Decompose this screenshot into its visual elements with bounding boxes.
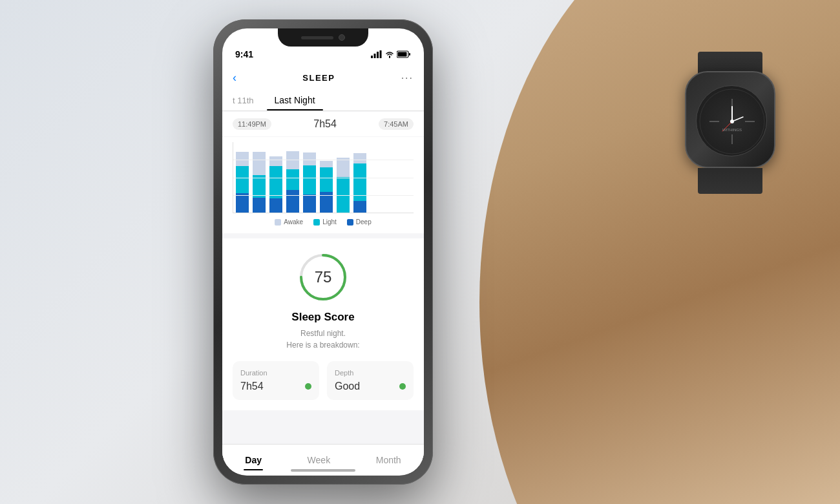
svg-rect-11 <box>374 54 376 58</box>
breakdown-depth-card: Depth Good <box>327 361 414 400</box>
duration-value-row: 7h54 <box>240 381 311 392</box>
bar-awake-2 <box>253 152 266 175</box>
bar-deep-2 <box>253 198 266 213</box>
svg-rect-16 <box>398 52 407 57</box>
bar-awake-6 <box>320 161 333 167</box>
signal-icon <box>371 50 383 58</box>
phone-frame: 9:41 <box>213 19 433 485</box>
bar-group-6 <box>320 147 333 213</box>
sleep-chart <box>233 142 414 213</box>
score-title: Sleep Score <box>291 311 354 324</box>
score-subtitle: Restful night. Here is a breakdown: <box>286 328 359 351</box>
end-time: 7:45AM <box>379 118 414 130</box>
date-tabs: t 11th Last Night <box>233 90 414 110</box>
legend-light: Light <box>313 218 337 226</box>
chart-legend: Awake Light Deep <box>233 218 414 226</box>
wifi-icon <box>385 50 394 58</box>
legend-label-awake: Awake <box>284 218 303 226</box>
date-label: t 11th <box>233 96 254 105</box>
grid-line-1 <box>233 160 414 160</box>
breakdown-row: Duration 7h54 Depth Good <box>233 361 414 400</box>
duration-label: Duration <box>240 369 311 377</box>
duration-value: 7h54 <box>240 381 264 392</box>
more-button[interactable]: ··· <box>401 72 414 84</box>
svg-rect-13 <box>380 50 382 58</box>
svg-rect-10 <box>371 56 373 58</box>
bar-deep-4 <box>286 190 299 213</box>
bar-group-3 <box>269 147 282 213</box>
bar-group-4 <box>286 147 299 213</box>
tab-month[interactable]: Month <box>366 452 412 468</box>
depth-label: Depth <box>335 369 406 377</box>
bar-light-5 <box>303 165 316 194</box>
smartwatch: WITHINGS <box>672 52 788 194</box>
legend-dot-deep <box>347 219 353 226</box>
legend-dot-awake <box>275 219 281 226</box>
score-circle: 75 <box>297 251 349 303</box>
bar-deep-1 <box>236 193 249 213</box>
bar-light-3 <box>269 166 282 198</box>
sleep-score-section: 75 Sleep Score Restful night. Here is a … <box>222 238 424 410</box>
legend-label-light: Light <box>322 218 337 226</box>
tab-week[interactable]: Week <box>297 452 341 468</box>
bar-group-8 <box>353 147 366 213</box>
grid-line-2 <box>233 178 414 178</box>
legend-label-deep: Deep <box>356 218 372 226</box>
header-top: ‹ SLEEP ··· <box>233 71 414 85</box>
tab-day[interactable]: Day <box>235 452 272 468</box>
bar-light-6 <box>320 167 333 192</box>
bar-awake-1 <box>236 152 249 166</box>
svg-rect-12 <box>377 52 379 58</box>
status-time: 9:41 <box>235 49 253 59</box>
phone-screen: 9:41 <box>222 28 424 476</box>
duration-status-dot <box>305 383 311 390</box>
bar-awake-7 <box>337 158 350 177</box>
phone-notch <box>278 28 368 47</box>
battery-icon <box>397 50 411 58</box>
depth-value-row: Good <box>335 381 406 392</box>
front-camera <box>339 34 345 41</box>
score-number: 75 <box>315 268 332 286</box>
home-indicator <box>291 469 355 472</box>
duration-row: 11:49PM 7h54 7:45AM <box>222 112 424 136</box>
bar-deep-5 <box>303 194 316 213</box>
bar-awake-5 <box>303 152 316 165</box>
grid-line-3 <box>233 195 414 196</box>
legend-awake: Awake <box>275 218 303 226</box>
app-content: ‹ SLEEP ··· t 11th Last Night 11:49PM 7h… <box>222 65 424 473</box>
app-title: SLEEP <box>302 73 335 83</box>
watch-strap-bottom <box>698 168 762 194</box>
sleep-chart-container: Awake Light Deep <box>222 137 424 233</box>
svg-text:WITHINGS: WITHINGS <box>722 128 742 132</box>
bar-deep-8 <box>353 201 366 213</box>
bar-awake-8 <box>353 153 366 163</box>
bar-group-5 <box>303 147 316 213</box>
bar-awake-3 <box>269 156 282 166</box>
status-icons <box>371 50 411 58</box>
watch-face: WITHINGS <box>696 85 767 156</box>
svg-rect-15 <box>409 53 410 56</box>
svg-point-8 <box>730 120 734 123</box>
depth-value: Good <box>335 381 360 392</box>
bar-group-1 <box>236 147 249 213</box>
bar-deep-3 <box>269 198 282 213</box>
legend-deep: Deep <box>347 218 372 226</box>
tab-last-night[interactable]: Last Night <box>267 90 323 110</box>
watch-body: WITHINGS <box>685 71 775 168</box>
speaker <box>301 36 333 39</box>
total-duration: 7h54 <box>313 118 337 130</box>
bar-light-4 <box>286 169 299 190</box>
legend-dot-light <box>313 219 320 226</box>
back-button[interactable]: ‹ <box>233 71 236 85</box>
app-header: ‹ SLEEP ··· t 11th Last Night <box>222 65 424 111</box>
breakdown-duration-card: Duration 7h54 <box>233 361 319 400</box>
bar-group-2 <box>253 147 266 213</box>
bar-light-1 <box>236 166 249 193</box>
depth-status-dot <box>399 383 406 390</box>
bar-light-2 <box>253 175 266 198</box>
bar-group-7 <box>337 147 350 213</box>
start-time: 11:49PM <box>233 118 271 130</box>
